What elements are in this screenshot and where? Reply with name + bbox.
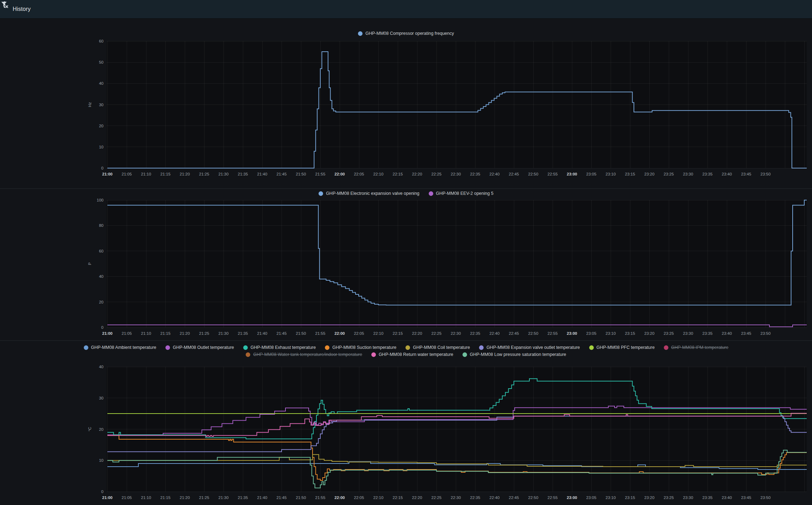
legend-row: GHP-MM08 Compressor operating frequency <box>358 31 454 36</box>
svg-text:21:05: 21:05 <box>122 331 132 335</box>
legend-item[interactable]: GHP-MM08 Water tank temperature/indoor t… <box>246 352 362 357</box>
svg-text:23:40: 23:40 <box>722 331 732 335</box>
legend-item[interactable]: GHP-MM08 Outlet temperature <box>165 345 234 350</box>
svg-text:22:40: 22:40 <box>490 172 500 176</box>
svg-text:22:30: 22:30 <box>451 172 461 176</box>
svg-text:60: 60 <box>99 249 103 253</box>
series-label: GHP-MM08 Suction temperature <box>332 345 396 350</box>
svg-text:23:10: 23:10 <box>606 331 616 335</box>
svg-text:40: 40 <box>99 365 103 369</box>
legend-item[interactable]: GHP-MM08 Return water temperature <box>371 352 453 357</box>
svg-text:21:55: 21:55 <box>315 496 326 500</box>
svg-text:22:10: 22:10 <box>373 496 384 500</box>
svg-text:21:15: 21:15 <box>160 496 171 500</box>
svg-text:22:30: 22:30 <box>451 331 461 335</box>
legend-item[interactable]: GHP-MM08 Electronic expansion valve open… <box>319 191 419 196</box>
svg-text:23:25: 23:25 <box>664 172 674 176</box>
series-label: GHP-MM08 Electronic expansion valve open… <box>326 191 419 196</box>
series-label: GHP-MM08 Expansion valve outlet temperat… <box>486 345 580 350</box>
series-label: GHP-MM08 Water tank temperature/indoor t… <box>253 352 362 357</box>
svg-text:23:35: 23:35 <box>703 331 713 335</box>
svg-text:21:20: 21:20 <box>180 496 190 500</box>
svg-text:23:05: 23:05 <box>586 331 597 335</box>
legend-item[interactable]: GHP-MM08 Compressor operating frequency <box>358 31 454 36</box>
svg-text:23:20: 23:20 <box>644 172 655 176</box>
svg-text:21:45: 21:45 <box>277 172 287 176</box>
svg-text:22:00: 22:00 <box>334 172 345 176</box>
legend-item[interactable]: GHP-MM08 Coil temperature <box>405 345 470 350</box>
series-label: GHP-MM08 PFC temperature <box>597 345 655 350</box>
svg-text:23:15: 23:15 <box>625 496 635 500</box>
svg-text:21:05: 21:05 <box>122 496 132 500</box>
svg-text:23:15: 23:15 <box>625 331 635 335</box>
panel-menu-button[interactable] <box>788 2 802 16</box>
series-color-dot-icon <box>165 345 170 350</box>
svg-text:10: 10 <box>99 145 103 149</box>
svg-text:22:15: 22:15 <box>393 172 403 176</box>
svg-text:21:40: 21:40 <box>257 331 267 335</box>
svg-text:23:50: 23:50 <box>761 496 771 500</box>
svg-text:21:25: 21:25 <box>199 496 209 500</box>
series-color-dot-icon <box>479 345 484 350</box>
panel-expansion-valve-opening: GHP-MM08 Electronic expansion valve open… <box>0 188 812 341</box>
legend-item[interactable]: GHP-MM08 Suction temperature <box>325 345 396 350</box>
svg-text:21:30: 21:30 <box>219 172 229 176</box>
svg-text:23:15: 23:15 <box>625 172 635 176</box>
svg-text:50: 50 <box>99 60 103 64</box>
svg-text:21:20: 21:20 <box>180 172 190 176</box>
svg-text:21:50: 21:50 <box>296 331 306 335</box>
svg-text:21:35: 21:35 <box>238 172 248 176</box>
svg-text:23:45: 23:45 <box>741 496 751 500</box>
svg-text:21:15: 21:15 <box>160 331 171 335</box>
svg-text:23:20: 23:20 <box>644 496 655 500</box>
panel-compressor-frequency: GHP-MM08 Compressor operating frequency … <box>0 18 812 188</box>
series-label: GHP-MM08 Return water temperature <box>379 352 453 357</box>
series-color-dot-icon <box>371 352 376 357</box>
svg-text:22:10: 22:10 <box>373 172 384 176</box>
legend-item[interactable]: GHP-MM08 Expansion valve outlet temperat… <box>479 345 580 350</box>
legend-item[interactable]: GHP-MM08 Ambient temperature <box>84 345 157 350</box>
chart-legend: GHP-MM08 Ambient temperatureGHP-MM08 Out… <box>0 345 812 357</box>
time-series-plot[interactable]: 21:0021:0521:1021:1521:2021:2521:3021:35… <box>0 18 812 188</box>
chart-legend: GHP-MM08 Electronic expansion valve open… <box>0 191 812 196</box>
legend-item[interactable]: GHP-MM08 EEV-2 opening 5 <box>429 191 493 196</box>
svg-text:22:20: 22:20 <box>412 172 422 176</box>
time-series-plot[interactable]: 21:0021:0521:1021:1521:2021:2521:3021:35… <box>0 189 812 341</box>
svg-text:23:50: 23:50 <box>761 172 771 176</box>
legend-item[interactable]: GHP-MM08 PFC temperature <box>589 345 655 350</box>
svg-text:21:55: 21:55 <box>315 331 326 335</box>
header-actions <box>768 2 812 16</box>
svg-text:40: 40 <box>99 81 103 85</box>
series-color-dot-icon <box>319 191 323 196</box>
time-series-plot[interactable]: 21:0021:0521:1021:1521:2021:2521:3021:35… <box>0 341 812 505</box>
svg-text:21:20: 21:20 <box>180 331 190 335</box>
svg-text:23:40: 23:40 <box>722 172 732 176</box>
svg-text:22:35: 22:35 <box>470 496 480 500</box>
svg-text:0: 0 <box>101 166 103 170</box>
svg-text:21:10: 21:10 <box>141 496 151 500</box>
legend-row: GHP-MM08 Electronic expansion valve open… <box>319 191 493 196</box>
series-color-dot-icon <box>243 345 248 350</box>
svg-text:30: 30 <box>99 396 103 400</box>
svg-text:23:25: 23:25 <box>664 331 674 335</box>
svg-text:22:00: 22:00 <box>334 496 345 500</box>
filter-dismiss-button[interactable] <box>768 2 782 16</box>
legend-item[interactable]: GHP-MM08 Exhaust temperature <box>243 345 316 350</box>
svg-text:21:15: 21:15 <box>160 172 171 176</box>
svg-text:22:05: 22:05 <box>354 331 364 335</box>
svg-text:20: 20 <box>99 427 103 432</box>
svg-text:21:00: 21:00 <box>102 496 112 500</box>
svg-text:22:55: 22:55 <box>548 331 558 335</box>
svg-text:22:00: 22:00 <box>334 331 345 335</box>
svg-text:22:10: 22:10 <box>373 331 384 335</box>
legend-item[interactable]: GHP-MM08 IPM temperature <box>664 345 729 350</box>
svg-text:23:35: 23:35 <box>703 172 713 176</box>
svg-text:21:45: 21:45 <box>277 496 287 500</box>
svg-text:23:10: 23:10 <box>606 172 616 176</box>
svg-text:23:40: 23:40 <box>722 496 732 500</box>
svg-text:10: 10 <box>99 458 103 462</box>
svg-text:°C: °C <box>88 427 92 432</box>
svg-text:P: P <box>88 262 92 265</box>
legend-item[interactable]: GHP-MM08 Low pressure saturation tempera… <box>462 352 566 357</box>
svg-text:22:45: 22:45 <box>509 496 519 500</box>
